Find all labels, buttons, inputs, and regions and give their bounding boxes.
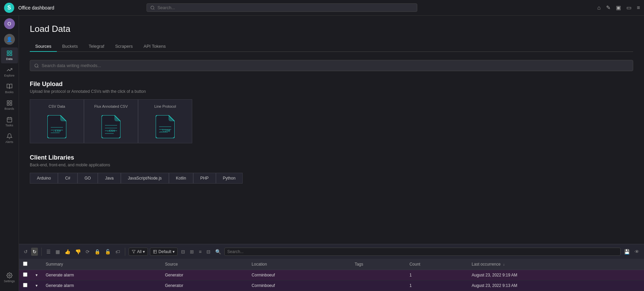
filter-chevron: ▾ bbox=[143, 249, 145, 254]
th-expand bbox=[31, 259, 42, 270]
boards-icon bbox=[6, 100, 13, 106]
monitor-icon[interactable]: ▭ bbox=[626, 4, 631, 11]
file-card-annotated-csv[interactable]: Flux Annotated CSV .csv bbox=[84, 99, 138, 143]
grid-view-icon[interactable]: ▦ bbox=[54, 248, 61, 256]
more-icon[interactable]: ≡ bbox=[197, 248, 203, 256]
file-card-csv[interactable]: CSV Data .csv bbox=[30, 99, 84, 143]
lib-btn-php[interactable]: PHP bbox=[193, 173, 216, 184]
row2-checkbox[interactable] bbox=[19, 280, 31, 291]
row1-source: Generator bbox=[161, 270, 247, 280]
global-search[interactable] bbox=[147, 3, 417, 12]
row1-check-input[interactable] bbox=[23, 272, 27, 277]
tasks-icon bbox=[6, 117, 13, 123]
tag-icon[interactable]: 🏷 bbox=[114, 248, 121, 256]
filter2-icon[interactable]: ⊟ bbox=[180, 248, 186, 256]
select-all-checkbox[interactable] bbox=[23, 262, 27, 266]
redo-icon[interactable]: ⟳ bbox=[84, 248, 91, 256]
sidebar-item-explore[interactable]: Explore bbox=[1, 64, 18, 80]
tab-api-tokens[interactable]: API Tokens bbox=[138, 41, 171, 51]
svg-point-0 bbox=[151, 6, 154, 9]
eye-slash-icon[interactable]: 👁 bbox=[633, 248, 641, 256]
lock-icon[interactable]: 🔒 bbox=[93, 248, 102, 256]
settings-icon bbox=[6, 272, 13, 278]
lib-btn-csharp[interactable]: C# bbox=[58, 173, 77, 184]
columns-icon[interactable]: ⊞ bbox=[188, 248, 195, 256]
tab-buckets[interactable]: Buckets bbox=[57, 41, 83, 51]
th-last-occurrence[interactable]: Last occurrence ↓ bbox=[468, 259, 644, 270]
lib-btn-kotlin[interactable]: Kotlin bbox=[169, 173, 193, 184]
edit-icon[interactable]: ✎ bbox=[606, 4, 610, 11]
th-source[interactable]: Source bbox=[161, 259, 247, 270]
home-icon[interactable]: ⌂ bbox=[597, 5, 601, 11]
th-tags[interactable]: Tags bbox=[351, 259, 405, 270]
th-count[interactable]: Count bbox=[405, 259, 468, 270]
list-view-icon[interactable]: ☰ bbox=[45, 248, 52, 256]
lib-btn-python[interactable]: Python bbox=[216, 173, 243, 184]
sidebar-item-boards[interactable]: Boards bbox=[1, 97, 18, 113]
refresh-icon[interactable]: ↺ bbox=[22, 248, 29, 256]
search-methods-bar[interactable] bbox=[30, 60, 633, 71]
table-header-row: Summary Source Location Tags Count bbox=[19, 259, 644, 270]
search-methods-icon bbox=[34, 63, 39, 68]
explore-icon bbox=[6, 67, 13, 73]
svg-point-14 bbox=[35, 64, 38, 67]
sidebar-label-books: Books bbox=[5, 90, 14, 94]
save-icon[interactable]: 💾 bbox=[623, 248, 631, 256]
file-card-line-protocol[interactable]: Line Protocol .line bbox=[138, 99, 192, 143]
row1-expand[interactable]: ▾ bbox=[31, 270, 42, 280]
thumbs-up-icon[interactable]: 👍 bbox=[63, 248, 72, 256]
table-view-icon[interactable]: ⊟ bbox=[205, 248, 212, 256]
bottom-search-input[interactable] bbox=[227, 249, 618, 254]
search-bb-icon[interactable]: 🔍 bbox=[214, 248, 222, 256]
sidebar-item-tasks[interactable]: Tasks bbox=[1, 114, 18, 130]
sidebar-logo[interactable]: O bbox=[4, 18, 15, 29]
thumbs-down-icon[interactable]: 👎 bbox=[74, 248, 82, 256]
row2-last-occurrence: August 23, 2022 9:13 AM bbox=[468, 280, 644, 291]
search-input[interactable] bbox=[157, 5, 413, 10]
sidebar-item-alerts[interactable]: Alerts bbox=[1, 130, 18, 146]
row2-source: Generator bbox=[161, 280, 247, 291]
sidebar-item-books[interactable]: Books bbox=[1, 81, 18, 97]
filter-dropdown[interactable]: All ▾ bbox=[129, 248, 148, 256]
sidebar-item-data[interactable]: Data bbox=[1, 47, 18, 63]
svg-rect-5 bbox=[7, 101, 9, 102]
avatar[interactable]: 👤 bbox=[4, 34, 15, 45]
unlock-icon[interactable]: 🔓 bbox=[104, 248, 112, 256]
tab-scrapers[interactable]: Scrapers bbox=[110, 41, 138, 51]
lib-btn-javascript[interactable]: JavaScript/Node.js bbox=[121, 173, 169, 184]
refresh-active-icon[interactable]: ↻ bbox=[31, 248, 38, 256]
svg-text:.csv: .csv bbox=[53, 129, 61, 132]
search-methods-input[interactable] bbox=[42, 63, 629, 68]
app-logo[interactable]: S bbox=[4, 3, 14, 13]
content-scroll[interactable]: Load Data Sources Buckets Telegraf Scrap… bbox=[19, 16, 644, 244]
svg-rect-1 bbox=[7, 51, 9, 53]
separator-2 bbox=[125, 248, 125, 256]
row2-expand[interactable]: ▾ bbox=[31, 280, 42, 291]
lib-btn-go[interactable]: GO bbox=[77, 173, 98, 184]
tabs: Sources Buckets Telegraf Scrapers API To… bbox=[30, 41, 633, 52]
notifications-table: Summary Source Location Tags Count bbox=[19, 259, 644, 291]
filter-label: All bbox=[137, 249, 141, 254]
lib-btn-java[interactable]: Java bbox=[98, 173, 120, 184]
svg-rect-4 bbox=[10, 54, 12, 56]
sidebar-item-settings[interactable]: Settings bbox=[1, 270, 18, 286]
svg-rect-7 bbox=[7, 104, 9, 105]
monitor-small-icon[interactable]: ▣ bbox=[616, 4, 621, 11]
default-dropdown[interactable]: Default ▾ bbox=[150, 248, 178, 256]
library-buttons: Arduino C# GO Java JavaScript/Node.js Ko… bbox=[30, 173, 633, 184]
lib-btn-arduino[interactable]: Arduino bbox=[30, 173, 58, 184]
annotated-csv-icon: .csv bbox=[102, 115, 120, 138]
th-summary[interactable]: Summary bbox=[42, 259, 161, 270]
bottom-search[interactable] bbox=[224, 248, 621, 256]
table-row: ▾ Generate alarm Generator Corminboeuf 1… bbox=[19, 280, 644, 291]
menu-icon[interactable]: ≡ bbox=[637, 5, 640, 11]
th-location[interactable]: Location bbox=[248, 259, 351, 270]
row1-checkbox[interactable] bbox=[19, 270, 31, 280]
tab-telegraf[interactable]: Telegraf bbox=[83, 41, 110, 51]
tab-sources[interactable]: Sources bbox=[30, 41, 57, 51]
row1-location: Corminboeuf bbox=[248, 270, 351, 280]
table-row: ▾ Generate alarm Generator Corminboeuf 1… bbox=[19, 270, 644, 280]
app-title: Office dashboard bbox=[18, 5, 54, 11]
row1-count: 1 bbox=[405, 270, 468, 280]
row2-check-input[interactable] bbox=[23, 283, 27, 287]
